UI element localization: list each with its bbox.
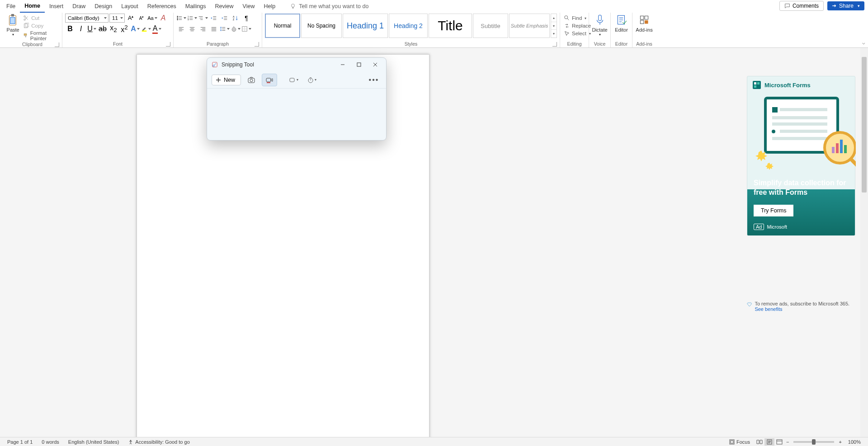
style-subtitle[interactable]: Subtitle bbox=[473, 14, 508, 38]
align-center-button[interactable] bbox=[187, 24, 197, 34]
scrollbar-thumb[interactable] bbox=[862, 57, 867, 192]
style-heading-1[interactable]: Heading 1 bbox=[343, 14, 388, 38]
grow-font-button[interactable]: A▴ bbox=[126, 13, 136, 23]
change-case-button[interactable]: Aa bbox=[147, 13, 157, 23]
numbering-button[interactable]: 123 bbox=[187, 13, 197, 23]
text-effects-button[interactable]: A bbox=[130, 24, 140, 34]
styles-dialog-launcher[interactable] bbox=[552, 42, 557, 47]
web-layout-button[interactable] bbox=[774, 438, 784, 446]
lightbulb-icon bbox=[290, 3, 296, 9]
vertical-scrollbar[interactable] bbox=[860, 48, 868, 437]
superscript-button[interactable]: x2 bbox=[119, 24, 129, 34]
zoom-slider-handle[interactable] bbox=[812, 439, 816, 445]
style-title[interactable]: Title bbox=[429, 14, 472, 38]
shrink-font-button[interactable]: A▾ bbox=[137, 13, 146, 23]
see-benefits-link[interactable]: See benefits bbox=[755, 306, 782, 312]
line-spacing-button[interactable] bbox=[220, 24, 230, 34]
snip-close-button[interactable] bbox=[367, 58, 383, 71]
status-words[interactable]: 0 words bbox=[37, 439, 64, 445]
zoom-slider[interactable] bbox=[793, 441, 834, 443]
dictate-button[interactable]: Dictate▾ bbox=[592, 14, 608, 37]
tab-file[interactable]: File bbox=[2, 0, 20, 12]
ribbon-collapse-button[interactable]: ⌵ bbox=[862, 40, 865, 46]
borders-button[interactable] bbox=[241, 24, 251, 34]
multilevel-list-button[interactable] bbox=[198, 13, 208, 23]
status-page[interactable]: Page 1 of 1 bbox=[3, 439, 37, 445]
zoom-level[interactable]: 100% bbox=[844, 439, 865, 445]
paragraph-dialog-launcher[interactable] bbox=[255, 42, 259, 47]
justify-button[interactable] bbox=[209, 24, 219, 34]
select-button[interactable]: Select▾ bbox=[563, 30, 592, 37]
font-dialog-launcher[interactable] bbox=[166, 42, 170, 47]
snip-screenshot-mode[interactable] bbox=[244, 74, 259, 86]
status-language[interactable]: English (United States) bbox=[64, 439, 124, 445]
tab-draw[interactable]: Draw bbox=[68, 0, 90, 12]
font-color-button[interactable]: A bbox=[152, 24, 162, 34]
tab-references[interactable]: References bbox=[143, 0, 181, 12]
clear-formatting-button[interactable]: A bbox=[158, 13, 168, 23]
bullets-button[interactable] bbox=[176, 13, 186, 23]
align-left-button[interactable] bbox=[176, 24, 186, 34]
paste-button[interactable]: Paste ▾ bbox=[5, 14, 20, 37]
snip-more-button[interactable]: ••• bbox=[366, 74, 382, 86]
replace-button[interactable]: Replace bbox=[563, 22, 592, 29]
decrease-indent-button[interactable] bbox=[209, 13, 219, 23]
snip-new-button[interactable]: New bbox=[212, 75, 241, 85]
tab-design[interactable]: Design bbox=[90, 0, 117, 12]
copy-button[interactable]: Copy bbox=[22, 22, 59, 29]
tab-review[interactable]: Review bbox=[211, 0, 238, 12]
align-right-button[interactable] bbox=[198, 24, 208, 34]
status-accessibility[interactable]: Accessibility: Good to go bbox=[123, 439, 194, 445]
format-painter-button[interactable]: Format Painter bbox=[22, 30, 59, 42]
style-no-spacing[interactable]: No Spacing bbox=[301, 14, 342, 38]
snip-minimize-button[interactable] bbox=[335, 58, 351, 71]
try-forms-button[interactable]: Try Forms bbox=[754, 205, 793, 216]
tab-insert[interactable]: Insert bbox=[45, 0, 68, 12]
cut-button[interactable]: Cut bbox=[22, 14, 59, 22]
shading-button[interactable] bbox=[231, 24, 241, 34]
focus-mode-button[interactable]: Focus bbox=[725, 439, 755, 445]
underline-button[interactable]: U bbox=[87, 24, 97, 34]
styles-scroll-up[interactable]: ▴ bbox=[551, 14, 557, 22]
tell-me-search[interactable]: Tell me what you want to do bbox=[290, 3, 368, 9]
font-size-combo[interactable]: 11 bbox=[109, 14, 125, 23]
tab-mailings[interactable]: Mailings bbox=[181, 0, 211, 12]
zoom-out-button[interactable]: − bbox=[784, 439, 791, 445]
addins-button[interactable]: Add-ins bbox=[635, 14, 653, 33]
italic-button[interactable]: I bbox=[76, 24, 86, 34]
snip-maximize-button[interactable] bbox=[351, 58, 367, 71]
editor-button[interactable]: Editor bbox=[613, 14, 629, 33]
bold-button[interactable]: B bbox=[65, 24, 75, 34]
svg-text:A: A bbox=[233, 15, 235, 18]
tab-view[interactable]: View bbox=[238, 0, 259, 12]
subscript-button[interactable]: x2 bbox=[108, 24, 118, 34]
sort-button[interactable]: AZ bbox=[231, 13, 241, 23]
clipboard-dialog-launcher[interactable] bbox=[55, 42, 59, 47]
tab-home[interactable]: Home bbox=[20, 0, 45, 13]
style-heading-2[interactable]: Heading 2 bbox=[389, 14, 428, 38]
style-normal[interactable]: Normal bbox=[265, 14, 300, 38]
comments-button[interactable]: Comments bbox=[779, 1, 824, 11]
find-button[interactable]: Find▾ bbox=[563, 14, 587, 22]
styles-gallery-expand[interactable]: ▾ bbox=[551, 30, 557, 38]
read-mode-button[interactable] bbox=[755, 438, 764, 446]
tab-layout[interactable]: Layout bbox=[117, 0, 143, 12]
increase-indent-button[interactable] bbox=[220, 13, 230, 23]
style-subtle-emphasis[interactable]: Subtle Emphasis bbox=[509, 14, 550, 38]
focus-icon bbox=[729, 439, 735, 445]
group-label-paragraph: Paragraph bbox=[207, 41, 229, 47]
align-left-icon bbox=[178, 26, 184, 32]
snipping-titlebar[interactable]: Snipping Tool bbox=[207, 58, 386, 71]
highlight-button[interactable] bbox=[141, 24, 151, 34]
show-marks-button[interactable]: ¶ bbox=[241, 13, 251, 23]
snip-delay-dropdown[interactable]: ▾ bbox=[304, 74, 320, 86]
strikethrough-button[interactable]: ab bbox=[98, 24, 108, 34]
share-button[interactable]: Share ▾ bbox=[827, 1, 864, 10]
styles-scroll-down[interactable]: ▾ bbox=[551, 22, 557, 30]
tab-help[interactable]: Help bbox=[259, 0, 280, 12]
font-name-combo[interactable]: Calibri (Body) bbox=[65, 14, 108, 23]
print-layout-button[interactable] bbox=[764, 438, 774, 446]
snip-video-mode[interactable] bbox=[262, 74, 277, 86]
zoom-in-button[interactable]: + bbox=[837, 439, 843, 445]
snip-shape-dropdown[interactable]: ▾ bbox=[286, 74, 302, 86]
